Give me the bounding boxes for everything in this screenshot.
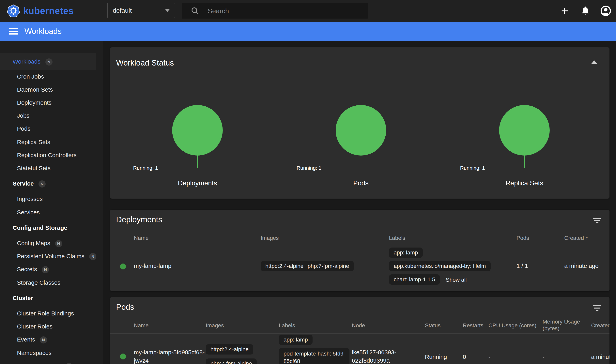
label-chip: app: lamp <box>279 335 313 345</box>
search-input[interactable] <box>207 7 346 15</box>
pie-slice-label: Running: 1 <box>446 165 485 171</box>
sidebar-item-label: Jobs <box>17 112 29 119</box>
namespace-selector[interactable]: default <box>107 3 175 18</box>
sidebar-section-service[interactable]: Service N <box>0 177 103 190</box>
sidebar-item-persistent-volume-claims[interactable]: Persistent Volume Claims N <box>0 250 103 263</box>
created-timestamp[interactable]: a minute ago <box>564 262 598 269</box>
column-header-cpu-usage[interactable]: CPU Usage (cores) <box>488 322 537 329</box>
image-chip-label: php:7-fpm-alpine <box>303 261 354 271</box>
image-chip: php:7-fpm-alpine <box>303 261 354 271</box>
pod-status: Running <box>425 353 447 360</box>
sidebar-item-cron-jobs[interactable]: Cron Jobs <box>0 70 103 83</box>
table-header-divider <box>110 333 609 334</box>
sort-ascending-icon: ↑ <box>585 235 588 241</box>
user-account-icon[interactable] <box>598 0 614 22</box>
label-chip-label: pod-template-hash: 5fd985cf68 <box>279 348 350 364</box>
column-header-created-sorted[interactable]: Created ↑ <box>564 235 588 241</box>
created-relative-time: a minute ago <box>564 262 598 270</box>
chevron-down-icon <box>165 9 170 12</box>
notifications-bell-icon[interactable] <box>577 0 593 22</box>
status-ok-dot-icon <box>120 353 126 359</box>
created-timestamp[interactable]: a minute ago <box>591 353 609 360</box>
column-header-name[interactable]: Name <box>134 235 149 241</box>
show-all-labels-link[interactable]: Show all <box>446 277 467 283</box>
sidebar-item-jobs[interactable]: Jobs <box>0 109 103 122</box>
sidebar-item-workloads[interactable]: Workloads N <box>0 53 96 70</box>
sidebar-item-namespaces[interactable]: Namespaces <box>0 346 103 359</box>
label-chip: app: lamp <box>389 247 423 258</box>
image-chip-label: httpd:2.4-alpine <box>261 261 308 271</box>
callout-line <box>323 168 361 168</box>
create-new-resource-button[interactable] <box>557 0 573 22</box>
deployment-name-link[interactable]: my-lamp-lamp <box>134 262 171 269</box>
sidebar-item-label: Events <box>17 336 35 343</box>
column-header-label: Created <box>591 322 609 328</box>
sidebar-item-secrets[interactable]: Secrets N <box>0 263 103 276</box>
sidebar-item-network-policies[interactable]: Network Policies N <box>0 360 103 364</box>
label-chip-label: app.kubernetes.io/managed-by: Helm <box>389 261 491 271</box>
pie-slice-label: Running: 1 <box>282 165 321 171</box>
namespaced-badge: N <box>45 58 52 65</box>
sidebar-item-deployments[interactable]: Deployments <box>0 96 103 109</box>
pods-pie-chart <box>336 105 386 156</box>
column-header-restarts[interactable]: Restarts <box>463 322 483 329</box>
app-bar: Workloads <box>0 22 616 41</box>
filter-icon[interactable] <box>592 217 602 224</box>
namespaced-badge: N <box>42 266 49 273</box>
column-header-name[interactable]: Name <box>134 322 149 329</box>
node-name: lke55127-86393-622f8d09399a <box>352 348 413 364</box>
sidebar-item-events[interactable]: Events N <box>0 333 103 346</box>
sidebar-item-label: Namespaces <box>17 350 52 356</box>
callout-line <box>487 168 524 168</box>
sidebar-section-cluster: Cluster <box>0 292 103 305</box>
image-chip: php:7-fpm-alpine <box>206 358 257 364</box>
sidebar-item-cluster-role-bindings[interactable]: Cluster Role Bindings <box>0 307 103 320</box>
sidebar-item-replication-controllers[interactable]: Replication Controllers <box>0 149 103 162</box>
column-header-memory-usage[interactable]: Memory Usage (bytes) <box>543 318 590 332</box>
column-header-node[interactable]: Node <box>352 322 365 329</box>
top-bar: kubernetes default <box>0 0 616 22</box>
column-header-status[interactable]: Status <box>425 322 441 329</box>
label-chip: app.kubernetes.io/managed-by: Helm <box>389 261 491 271</box>
namespaced-badge: N <box>66 363 73 364</box>
collapse-card-icon[interactable] <box>591 60 597 64</box>
column-header-labels[interactable]: Labels <box>389 235 405 241</box>
image-chip-label: httpd:2.4-alpine <box>206 344 253 354</box>
column-header-labels[interactable]: Labels <box>279 322 295 329</box>
pie-slice-label: Running: 1 <box>118 165 158 171</box>
label-chip-label: app: lamp <box>279 335 313 345</box>
label-chip-label: chart: lamp-1.1.5 <box>389 274 440 285</box>
sidebar-item-storage-classes[interactable]: Storage Classes <box>0 276 103 289</box>
pie-chart-title: Replica Sets <box>485 179 564 187</box>
column-header-pods[interactable]: Pods <box>516 235 529 241</box>
sidebar-item-stateful-sets[interactable]: Stateful Sets <box>0 162 103 175</box>
column-header-images[interactable]: Images <box>261 235 279 241</box>
sidebar-item-label: Secrets <box>17 266 37 273</box>
sidebar-item-cluster-roles[interactable]: Cluster Roles <box>0 320 103 333</box>
search-bar[interactable] <box>182 3 368 19</box>
created-relative-time: a minute ago <box>591 353 609 361</box>
pod-name-link[interactable]: my-lamp-lamp-5fd985cf68-jwvz4 <box>134 348 205 364</box>
label-chip-label: app: lamp <box>389 247 423 258</box>
sidebar-item-services[interactable]: Services <box>0 206 103 219</box>
callout-line <box>160 168 197 168</box>
column-header-created-sorted[interactable]: Created ↑ <box>591 322 609 329</box>
filter-icon[interactable] <box>592 304 602 312</box>
sidebar-nav: Workloads N Cron Jobs Daemon Sets Deploy… <box>0 41 103 364</box>
sidebar-item-ingresses[interactable]: Ingresses <box>0 193 103 206</box>
namespaced-badge: N <box>39 181 46 188</box>
sidebar-item-config-maps[interactable]: Config Maps N <box>0 237 103 250</box>
pie-chart-title: Pods <box>321 179 400 187</box>
menu-hamburger-icon[interactable] <box>9 26 18 36</box>
image-chip: httpd:2.4-alpine <box>261 261 308 271</box>
namespaced-badge: N <box>89 253 96 260</box>
sidebar-item-label: Cluster Role Bindings <box>17 310 74 317</box>
workload-status-title: Workload Status <box>116 58 174 67</box>
sidebar-item-label: Cluster Roles <box>17 323 52 330</box>
sidebar-item-pods[interactable]: Pods <box>0 122 103 135</box>
column-header-images[interactable]: Images <box>206 322 224 329</box>
table-header-divider <box>110 245 609 245</box>
sidebar-item-label: Deployments <box>17 99 52 106</box>
sidebar-item-replica-sets[interactable]: Replica Sets <box>0 136 103 149</box>
sidebar-item-daemon-sets[interactable]: Daemon Sets <box>0 83 103 96</box>
